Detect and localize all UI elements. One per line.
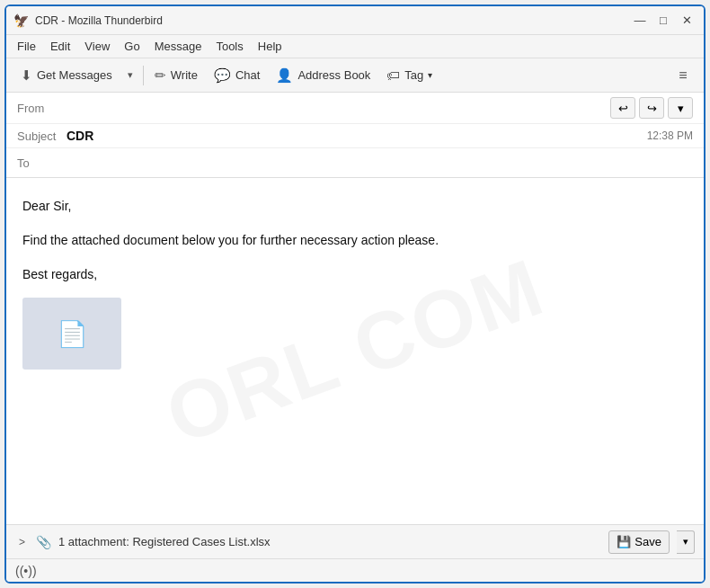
email-body: ORL COM Dear Sir, Find the attached docu…: [6, 178, 704, 524]
app-icon: 🦅: [13, 13, 28, 28]
body-salutation: Dear Sir,: [22, 196, 688, 218]
attachment-thumbnail-icon: 📄: [57, 319, 88, 349]
minimize-button[interactable]: —: [630, 11, 650, 31]
attachment-clip-icon: 📎: [36, 535, 51, 549]
attachment-bar: > 📎 1 attachment: Registered Cases List.…: [6, 524, 704, 558]
email-header: From ↩ ↪ ▾ Subject CDR 12:38 PM To: [6, 93, 704, 178]
main-window: 🦅 CDR - Mozilla Thunderbird — □ ✕ File E…: [4, 4, 706, 584]
address-book-icon: 👤: [276, 67, 293, 84]
menu-go[interactable]: Go: [117, 37, 146, 56]
toolbar-divider-1: [143, 66, 144, 85]
write-label: Write: [171, 68, 198, 82]
tag-dropdown-icon: ▾: [428, 70, 432, 80]
chat-label: Chat: [235, 68, 260, 82]
menu-file[interactable]: File: [10, 37, 43, 56]
save-icon: 💾: [617, 535, 631, 548]
to-label: To: [17, 156, 67, 170]
get-messages-icon: ⬇: [21, 67, 32, 84]
title-bar: 🦅 CDR - Mozilla Thunderbird — □ ✕: [6, 6, 704, 35]
tag-icon: 🏷: [386, 67, 400, 83]
menu-view[interactable]: View: [77, 37, 117, 56]
tag-label: Tag: [404, 68, 423, 82]
body-closing: Best regards,: [22, 264, 688, 286]
write-icon: ✏: [155, 67, 166, 84]
address-book-label: Address Book: [297, 68, 370, 82]
address-book-button[interactable]: 👤 Address Book: [269, 62, 377, 89]
menu-tools[interactable]: Tools: [209, 37, 250, 56]
toolbar: ⬇ Get Messages ▾ ✏ Write 💬 Chat 👤 Addres…: [6, 58, 704, 93]
attachment-thumbnail: 📄: [22, 298, 121, 370]
email-body-text: Dear Sir, Find the attached document bel…: [22, 196, 688, 285]
get-messages-label: Get Messages: [37, 68, 112, 82]
to-row: To: [6, 148, 704, 177]
save-button[interactable]: 💾 Save: [608, 530, 670, 554]
save-dropdown-button[interactable]: ▾: [677, 530, 695, 554]
subject-label: Subject: [17, 129, 67, 143]
header-actions: ↩ ↪ ▾: [610, 97, 693, 119]
email-time: 12:38 PM: [647, 129, 693, 142]
status-bar: ((•)): [6, 558, 704, 582]
get-messages-dropdown[interactable]: ▾: [121, 62, 139, 89]
more-actions-button[interactable]: ▾: [668, 97, 693, 119]
menu-bar: File Edit View Go Message Tools Help: [6, 35, 704, 58]
subject-row: Subject CDR 12:38 PM: [6, 124, 704, 148]
window-title: CDR - Mozilla Thunderbird: [35, 14, 630, 27]
from-row: From ↩ ↪ ▾: [6, 93, 704, 124]
chat-button[interactable]: 💬 Chat: [207, 62, 267, 89]
tag-button[interactable]: 🏷 Tag ▾: [379, 62, 439, 89]
menu-edit[interactable]: Edit: [43, 37, 77, 56]
maximize-button[interactable]: □: [653, 11, 673, 31]
window-controls: — □ ✕: [630, 11, 697, 31]
forward-button[interactable]: ↪: [639, 97, 664, 119]
from-label: From: [17, 102, 67, 115]
write-button[interactable]: ✏ Write: [147, 62, 205, 89]
menu-help[interactable]: Help: [251, 37, 289, 56]
get-messages-button[interactable]: ⬇ Get Messages: [13, 62, 120, 89]
close-button[interactable]: ✕: [677, 11, 697, 31]
body-main: Find the attached document below you for…: [22, 230, 688, 252]
reply-button[interactable]: ↩: [610, 97, 635, 119]
chat-icon: 💬: [214, 67, 231, 84]
attachment-expand-button[interactable]: >: [15, 533, 29, 551]
connection-icon: ((•)): [15, 564, 37, 578]
menu-message[interactable]: Message: [147, 37, 209, 56]
attachment-label: 1 attachment: Registered Cases List.xlsx: [58, 535, 601, 548]
subject-value: CDR: [67, 129, 647, 143]
save-label: Save: [635, 535, 661, 548]
hamburger-menu-button[interactable]: ≡: [670, 62, 697, 89]
